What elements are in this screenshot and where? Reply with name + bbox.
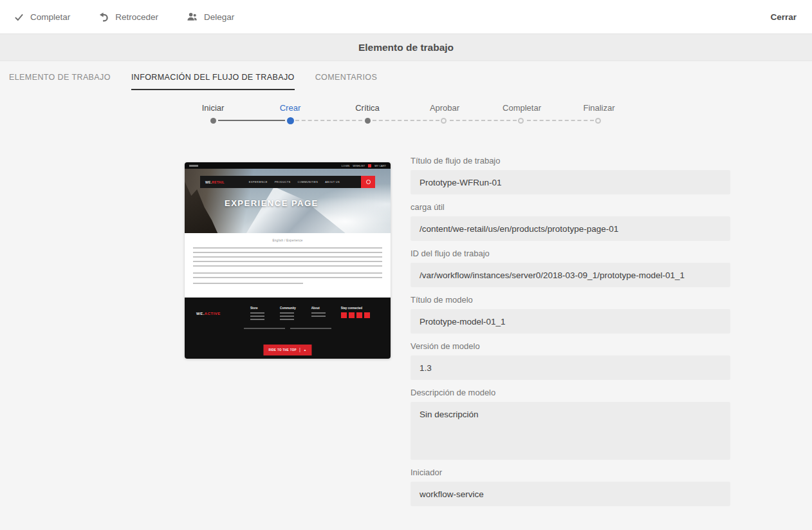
field-value-model-description: Sin descripción — [411, 402, 730, 460]
step-connector-dashed — [527, 120, 594, 121]
thumb-page-body: English / Experience — [185, 233, 391, 298]
thumb-login-link: LOGIN — [342, 164, 349, 167]
step-connector-dashed — [295, 120, 362, 121]
step-label-crear: Crear — [252, 103, 329, 113]
field-label-payload: carga útil — [411, 202, 730, 212]
workflow-info-form: Título de flujo de trabajo Prototype-WFR… — [411, 156, 730, 506]
thumb-hero-title: EXPERIENCE PAGE — [225, 198, 318, 208]
youtube-icon — [364, 312, 370, 318]
thumb-navbar: WE.RETAIL EXPERIENCE PRODUCTS COMMUNITIE… — [200, 176, 375, 188]
field-value-payload: /content/we-retail/us/en/products/protot… — [411, 216, 730, 241]
instagram-icon — [356, 312, 362, 318]
payload-page-thumbnail: LOGIN WISHLIST MY CART WE.RETAIL EXPERIE… — [185, 162, 391, 359]
step-back-button[interactable]: Retroceder — [98, 12, 158, 22]
step-dot-finalizar — [595, 118, 601, 124]
thumb-menu-item: ABOUT US — [325, 180, 340, 184]
field-value-model-version: 1.3 — [411, 355, 730, 380]
thumb-search-icon — [361, 176, 375, 188]
field-label-model-description: Descripción de modelo — [411, 388, 730, 397]
thumb-footer-col-about: About — [311, 307, 326, 322]
step-connector-solid — [218, 120, 285, 121]
step-labels: Iniciar Crear Crítica Aprobar Completar … — [174, 103, 638, 113]
step-connector-dashed — [373, 120, 439, 121]
facebook-icon — [341, 312, 347, 318]
tab-workflow-info[interactable]: INFORMACIÓN DEL FLUJO DE TRABAJO — [131, 73, 295, 90]
thumb-copyright-placeholder — [195, 328, 380, 329]
thumb-hero-image: WE.RETAIL EXPERIENCE PRODUCTS COMMUNITIE… — [185, 169, 391, 233]
thumb-footer-col-store: Store — [250, 307, 264, 322]
thumb-menu: EXPERIENCE PRODUCTS COMMUNITIES ABOUT US — [249, 180, 340, 184]
thumb-wishlist-link: WISHLIST — [353, 164, 365, 167]
field-label-workflow-id: ID del flujo de trabajo — [411, 249, 730, 258]
delegate-label: Delegar — [204, 12, 234, 22]
step-back-label: Retroceder — [115, 12, 158, 22]
undo-arrow-icon — [98, 12, 109, 22]
step-connector-dashed — [450, 120, 517, 121]
step-dot-iniciar — [210, 118, 216, 124]
tab-work-item[interactable]: ELEMENTO DE TRABAJO — [9, 73, 111, 90]
field-value-model-title: Prototype-model-01_1 — [411, 309, 730, 334]
step-label-critica: Crítica — [329, 103, 406, 113]
complete-button[interactable]: Completar — [14, 12, 70, 22]
main-content: LOGIN WISHLIST MY CART WE.RETAIL EXPERIE… — [0, 126, 812, 512]
thumb-breadcrumb: English / Experience — [185, 239, 391, 242]
thumb-social-icons — [341, 312, 370, 318]
panel-header: Elemento de trabajo — [0, 34, 812, 61]
delegate-button[interactable]: Delegar — [187, 12, 234, 22]
thumb-text-placeholder — [193, 247, 382, 284]
step-label-aprobar: Aprobar — [406, 103, 483, 113]
twitter-icon — [349, 312, 355, 318]
thumb-footer-col-community: Community — [280, 307, 296, 322]
field-value-initiator: workflow-service — [411, 482, 730, 506]
thumb-footer-col-social: Stay connected — [341, 307, 370, 322]
thumb-menu-item: COMMUNITIES — [297, 180, 318, 184]
thumb-paragraph-lines — [193, 247, 382, 269]
field-value-workflow-title: Prototype-WFRun-01 — [411, 170, 730, 194]
thumb-wishlist-badge — [368, 164, 371, 167]
field-label-initiator: Iniciador — [411, 468, 730, 477]
thumb-menu-item: EXPERIENCE — [249, 180, 268, 184]
step-dot-aprobar — [441, 118, 447, 124]
users-icon — [187, 12, 198, 22]
thumb-footer: WE.ACTIVE Store Community About Stay con… — [185, 298, 391, 359]
thumb-topbar-logo-placeholder — [189, 165, 198, 167]
complete-label: Completar — [30, 12, 70, 22]
field-label-workflow-title: Título de flujo de trabajo — [411, 156, 730, 166]
tab-bar: ELEMENTO DE TRABAJO INFORMACIÓN DEL FLUJ… — [0, 61, 812, 90]
field-label-model-version: Versión de modelo — [411, 341, 730, 351]
thumb-paragraph-lines — [193, 272, 382, 281]
thumb-topbar: LOGIN WISHLIST MY CART — [185, 162, 391, 169]
thumb-footer-columns: Store Community About Stay connected — [250, 307, 380, 322]
thumb-back-to-top-button: RIDE TO THE TOP▲ — [263, 345, 311, 355]
step-label-iniciar: Iniciar — [174, 103, 252, 113]
toolbar: Completar Retroceder Delegar Cerrar — [0, 0, 812, 34]
page-title: Elemento de trabajo — [358, 42, 454, 53]
workflow-step-progress: Iniciar Crear Crítica Aprobar Completar … — [174, 103, 638, 126]
step-track — [174, 115, 638, 126]
step-dot-crear — [287, 117, 294, 124]
thumb-logo: WE.RETAIL — [205, 180, 225, 184]
thumb-paragraph-line-short — [193, 283, 303, 284]
step-label-finalizar: Finalizar — [560, 103, 638, 113]
step-label-completar: Completar — [483, 103, 560, 113]
check-icon — [14, 12, 24, 22]
field-value-workflow-id: /var/workflow/instances/server0/2018-03-… — [411, 263, 730, 287]
close-button[interactable]: Cerrar — [770, 12, 797, 22]
thumb-footer-logo: WE.ACTIVE — [196, 312, 221, 316]
step-dot-completar — [518, 118, 524, 124]
thumb-menu-item: PRODUCTS — [275, 180, 291, 184]
thumb-cart-link: MY CART — [374, 164, 386, 167]
tab-comments[interactable]: COMENTARIOS — [315, 73, 378, 90]
step-dot-critica — [365, 118, 371, 124]
thumb-topbar-links: LOGIN WISHLIST MY CART — [342, 164, 386, 167]
field-label-model-title: Título de modelo — [411, 295, 730, 305]
